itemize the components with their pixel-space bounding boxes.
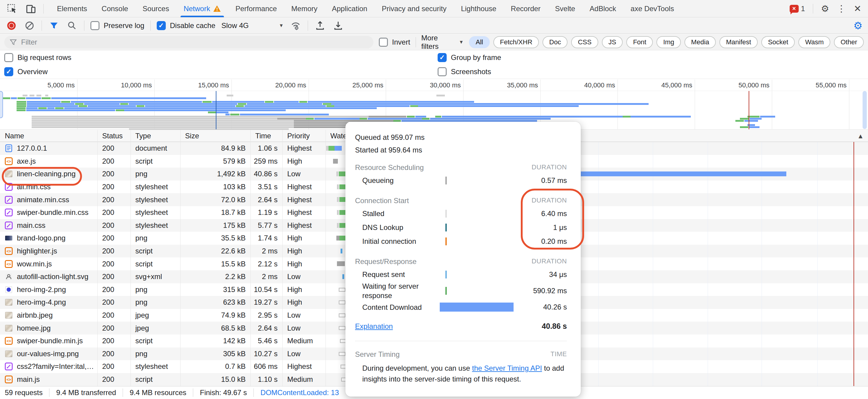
overview-box[interactable] <box>4 67 13 76</box>
export-har-icon[interactable] <box>332 20 344 32</box>
filter-chip-manifest[interactable]: Manifest <box>719 36 758 48</box>
type-cell: stylesheet <box>130 360 180 373</box>
disable-cache-box[interactable] <box>157 21 166 30</box>
tab-console[interactable]: Console <box>94 0 135 17</box>
request-name-cell[interactable]: brand-logo.png <box>0 232 97 245</box>
request-name-cell[interactable]: <>wow.min.js <box>0 257 97 270</box>
explanation-link[interactable]: Explanation <box>355 322 393 331</box>
overview-checkbox[interactable]: Overview <box>4 67 48 76</box>
overview-right-handle[interactable] <box>863 91 867 129</box>
tab-recorder[interactable]: Recorder <box>504 0 548 17</box>
filter-chip-fetch-xhr[interactable]: Fetch/XHR <box>493 36 539 48</box>
request-name-cell[interactable]: hero-img-2.png <box>0 283 97 296</box>
tab-network[interactable]: Network <box>176 0 228 17</box>
filter-chip-img[interactable]: Img <box>656 36 681 48</box>
status-item: 9.4 MB transferred <box>50 389 123 397</box>
request-name-cell[interactable]: <>swiper-bundle.min.js <box>0 335 97 347</box>
tab-svelte[interactable]: Svelte <box>548 0 583 17</box>
big-request-rows-checkbox[interactable]: Big request rows <box>4 53 71 62</box>
column-header-size[interactable]: Size <box>180 130 250 142</box>
kebab-menu-icon[interactable]: ⋮ <box>837 4 846 13</box>
preserve-log-checkbox[interactable]: Preserve log <box>90 21 144 30</box>
request-name-cell[interactable]: 127.0.0.1 <box>0 142 97 155</box>
tab-performance[interactable]: Performance <box>228 0 284 17</box>
time-cell: 2.64 s <box>250 193 282 206</box>
import-har-icon[interactable] <box>314 20 326 32</box>
request-name-cell[interactable]: homee.jpg <box>0 321 97 335</box>
status-item[interactable]: DOMContentLoaded: 13 <box>254 389 345 397</box>
filter-chip-all[interactable]: All <box>469 36 490 48</box>
overview-tick-label: 20,000 ms <box>275 81 309 89</box>
record-network-log-button[interactable] <box>5 20 18 32</box>
filter-chip-css[interactable]: CSS <box>571 36 598 48</box>
request-name-cell[interactable]: airbnb.jpeg <box>0 309 97 322</box>
tab-axe-devtools[interactable]: axe DevTools <box>623 0 681 17</box>
disable-cache-checkbox[interactable]: Disable cache <box>157 21 216 30</box>
size-cell: 15.0 kB <box>180 373 250 386</box>
tab-sources[interactable]: Sources <box>135 0 176 17</box>
filter-chip-media[interactable]: Media <box>684 36 716 48</box>
request-name-cell[interactable]: swiper-bundle.min.css <box>0 206 97 219</box>
group-by-frame-box[interactable] <box>438 53 447 62</box>
group-by-frame-checkbox[interactable]: Group by frame <box>438 53 501 62</box>
type-cell: stylesheet <box>130 206 180 219</box>
filter-chip-js[interactable]: JS <box>602 36 623 48</box>
more-filters-dropdown[interactable]: More filters ▼ <box>421 34 464 51</box>
filter-input[interactable]: Filter <box>4 36 373 49</box>
preserve-log-box[interactable] <box>90 21 99 30</box>
settings-gear-icon[interactable]: ⚙ <box>821 4 829 13</box>
request-name-cell[interactable]: our-values-img.png <box>0 347 97 361</box>
inspect-element-icon[interactable] <box>6 3 18 15</box>
filter-chip-font[interactable]: Font <box>626 36 653 48</box>
overview-left-handle[interactable] <box>0 91 3 118</box>
request-name-cell[interactable]: <>highlighter.js <box>0 245 97 258</box>
request-name-cell[interactable]: main.css <box>0 219 97 232</box>
filter-chip-other[interactable]: Other <box>834 36 864 48</box>
annotation-circle-linen-row <box>2 167 82 186</box>
timing-label: Queueing <box>355 176 445 185</box>
filter-chip-wasm[interactable]: Wasm <box>798 36 830 48</box>
column-header-time[interactable]: Time <box>250 130 282 142</box>
filter-chip-socket[interactable]: Socket <box>761 36 795 48</box>
column-header-name[interactable]: Name <box>0 130 97 142</box>
clear-network-log-button[interactable] <box>24 20 36 32</box>
throttling-dropdown[interactable]: Slow 4G ▼ <box>221 21 284 30</box>
request-name-cell[interactable]: <>main.js <box>0 373 97 386</box>
column-header-type[interactable]: Type <box>130 130 180 142</box>
tab-lighthouse[interactable]: Lighthouse <box>454 0 503 17</box>
network-conditions-icon[interactable] <box>290 20 302 32</box>
waterfall-sort-icon[interactable]: ▲ <box>857 132 864 140</box>
search-icon[interactable] <box>66 20 78 32</box>
invert-box[interactable] <box>379 38 388 47</box>
network-settings-gear-icon[interactable]: ⚙ <box>854 21 863 31</box>
column-header-status[interactable]: Status <box>97 130 130 142</box>
tab-elements[interactable]: Elements <box>50 0 94 17</box>
request-name-cell[interactable]: css2?family=Inter:ital,… <box>0 360 97 373</box>
timing-row: Request sent34 μs <box>355 268 567 281</box>
request-name-cell[interactable]: animate.min.css <box>0 193 97 206</box>
tab-privacy-and-security[interactable]: Privacy and security <box>375 0 454 17</box>
filter-chip-doc[interactable]: Doc <box>542 36 567 48</box>
column-header-priority[interactable]: Priority <box>282 130 326 142</box>
close-icon[interactable]: ✕ <box>854 4 861 13</box>
tab-memory[interactable]: Memory <box>284 0 325 17</box>
request-name-cell[interactable]: <>axe.js <box>0 155 97 168</box>
status-cell: 200 <box>97 232 130 245</box>
screenshots-checkbox[interactable]: Screenshots <box>438 67 491 76</box>
issues-count[interactable]: × 1 <box>789 4 805 13</box>
device-toolbar-icon[interactable] <box>25 3 37 15</box>
filter-toggle-icon[interactable] <box>48 20 60 32</box>
request-name-cell[interactable]: autofill-action-light.svg <box>0 270 97 283</box>
request-name-cell[interactable]: hero-img-4.png <box>0 296 97 309</box>
overview-waterfall-bar <box>334 105 410 107</box>
tab-application[interactable]: Application <box>324 0 374 17</box>
overview-waterfall-bar <box>212 101 264 103</box>
tab-adblock[interactable]: AdBlock <box>582 0 623 17</box>
server-timing-api-link[interactable]: the Server Timing API <box>472 364 542 372</box>
timing-duration-col-label: DURATION <box>532 257 567 266</box>
big-request-rows-box[interactable] <box>4 53 13 62</box>
queued-at-text: Queued at 959.07 ms <box>355 133 567 142</box>
timing-section-title: Request/Response <box>355 257 416 266</box>
invert-checkbox[interactable]: Invert <box>379 38 410 47</box>
screenshots-box[interactable] <box>438 67 447 76</box>
